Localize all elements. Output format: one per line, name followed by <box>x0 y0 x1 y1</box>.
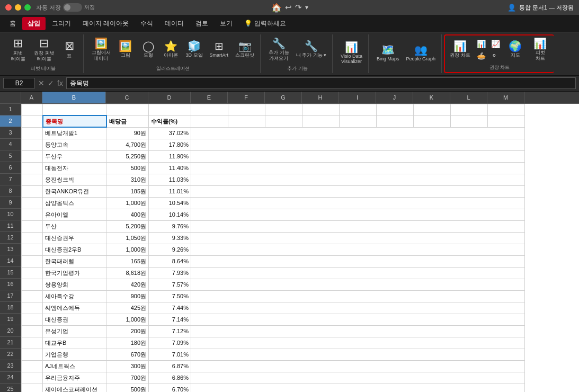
cell-c3[interactable]: 90원 <box>106 127 149 139</box>
cell-h2[interactable] <box>302 115 340 127</box>
col-header-b[interactable]: B <box>42 92 106 103</box>
cell-c22[interactable]: 670원 <box>106 349 149 360</box>
col-header-d[interactable]: D <box>148 92 191 103</box>
recommended-charts-button[interactable]: 📊 권장 차트 <box>447 39 473 60</box>
get-addins-button[interactable]: 🔧 추가 기능가져오기 <box>266 37 292 63</box>
row-header-21[interactable]: 21 <box>0 337 21 349</box>
cell-c7[interactable]: 310원 <box>106 174 149 185</box>
row-header-20[interactable]: 20 <box>0 325 21 337</box>
row-header-6[interactable]: 6 <box>0 162 21 174</box>
cell-c10[interactable]: 400원 <box>106 209 149 220</box>
row-header-9[interactable]: 9 <box>0 197 21 209</box>
cell-c2[interactable]: 배당금 <box>106 115 149 127</box>
cell-i2[interactable] <box>340 115 377 127</box>
cell-c5[interactable]: 5,250원 <box>106 150 149 162</box>
line-chart-button[interactable]: 📈 <box>489 39 502 49</box>
cell-b8[interactable]: 한국ANKOR유전 <box>43 185 106 197</box>
row-header-14[interactable]: 14 <box>0 255 21 267</box>
col-header-l[interactable]: L <box>450 92 487 103</box>
row-header-2[interactable]: 2 <box>0 115 21 127</box>
cell-d8[interactable]: 11.01% <box>149 185 191 197</box>
row-header-8[interactable]: 8 <box>0 185 21 197</box>
cell-i1[interactable] <box>340 104 377 115</box>
col-header-f[interactable]: F <box>228 92 265 103</box>
cell-b2[interactable]: 종목명 <box>43 115 106 127</box>
cell-d2[interactable]: 수익률(%) <box>149 115 191 127</box>
tab-page-layout[interactable]: 페이지 레이아웃 <box>77 17 134 30</box>
cell-b20[interactable]: 유성기업 <box>43 325 106 337</box>
cell-b19[interactable]: 대신증권 <box>43 314 106 325</box>
cell-d3[interactable]: 37.02% <box>149 127 191 139</box>
cell-f2[interactable] <box>228 115 265 127</box>
my-addins-button[interactable]: 🔧 내 추가 기능 ▾ <box>293 39 329 60</box>
col-header-a[interactable]: A <box>21 92 42 103</box>
tab-insert[interactable]: 삽입 <box>22 17 46 30</box>
row-header-18[interactable]: 18 <box>0 302 21 314</box>
cell-c21[interactable]: 180원 <box>106 337 149 349</box>
cell-k1[interactable] <box>414 104 451 115</box>
visio-button[interactable]: 📊 Visio DataVisualizer <box>338 40 365 67</box>
col-header-g[interactable]: G <box>265 92 302 103</box>
pie-chart-button[interactable]: 🥧 <box>475 50 488 61</box>
cell-d21[interactable]: 7.09% <box>149 337 191 349</box>
picture-data-button[interactable]: 🖼️ 그림에서데이터 <box>89 37 113 63</box>
undo-button[interactable]: ↩ <box>285 3 292 12</box>
cell-b1[interactable] <box>43 104 106 115</box>
3d-models-button[interactable]: 🧊 3D 모델 <box>183 39 206 60</box>
cell-d7[interactable]: 11.03% <box>149 174 191 185</box>
cell-d4[interactable]: 17.80% <box>149 139 191 150</box>
cell-g2[interactable] <box>265 115 302 127</box>
cell-d1[interactable] <box>149 104 191 115</box>
row-header-16[interactable]: 16 <box>0 279 21 290</box>
cell-b17[interactable]: 세아특수강 <box>43 290 106 302</box>
cell-c18[interactable]: 425원 <box>106 302 149 314</box>
cell-l1[interactable] <box>451 104 488 115</box>
row-header-5[interactable]: 5 <box>0 150 21 162</box>
map-button[interactable]: 🌍 지도 <box>504 39 527 60</box>
cell-c16[interactable]: 420원 <box>106 279 149 290</box>
col-header-h[interactable]: H <box>302 92 339 103</box>
cancel-icon[interactable]: ✕ <box>38 79 44 87</box>
icons-button[interactable]: ⭐ 아이콘 <box>161 39 182 60</box>
cell-d11[interactable]: 9.76% <box>149 220 191 232</box>
tab-view[interactable]: 보기 <box>215 17 238 30</box>
row-header-17[interactable]: 17 <box>0 290 21 302</box>
row-header-22[interactable]: 22 <box>0 349 21 360</box>
cell-b7[interactable]: 웅진씽크빅 <box>43 174 106 185</box>
cell-e2[interactable] <box>191 115 228 127</box>
col-header-m[interactable]: M <box>487 92 524 103</box>
cell-b9[interactable]: 삼양옵틱스 <box>43 197 106 209</box>
cell-b11[interactable]: 두산 <box>43 220 106 232</box>
cell-d12[interactable]: 9.33% <box>149 232 191 244</box>
cell-b25[interactable]: 제이에스코퍼레이션 <box>43 384 106 392</box>
row-header-11[interactable]: 11 <box>0 220 21 232</box>
cell-d5[interactable]: 11.90% <box>149 150 191 162</box>
cell-d15[interactable]: 7.93% <box>149 267 191 279</box>
cell-d20[interactable]: 7.12% <box>149 325 191 337</box>
people-graph-button[interactable]: 👥 People Graph <box>403 43 438 64</box>
row-header-3[interactable]: 3 <box>0 127 21 139</box>
row-header-19[interactable]: 19 <box>0 314 21 325</box>
cell-k2[interactable] <box>414 115 451 127</box>
cell-a3[interactable] <box>22 127 43 139</box>
cell-l2[interactable] <box>451 115 488 127</box>
cell-b24[interactable]: 우리금융지주 <box>43 372 106 384</box>
cell-c12[interactable]: 1,050원 <box>106 232 149 244</box>
tab-draw[interactable]: 그리기 <box>47 17 76 30</box>
more-button[interactable]: ▾ <box>305 4 308 11</box>
row-header-25[interactable]: 25 <box>0 384 21 392</box>
cell-d16[interactable]: 7.57% <box>149 279 191 290</box>
col-header-j[interactable]: J <box>376 92 413 103</box>
cell-e1[interactable] <box>191 104 228 115</box>
scatter-chart-button[interactable]: ⚬ <box>489 50 500 61</box>
cell-c8[interactable]: 185원 <box>106 185 149 197</box>
cell-b18[interactable]: 씨엠에스에듀 <box>43 302 106 314</box>
minimize-button[interactable] <box>15 4 21 11</box>
screenshot-button[interactable]: 📷 스크린샷 <box>233 39 257 60</box>
cell-d13[interactable]: 9.26% <box>149 244 191 255</box>
cell-b6[interactable]: 대동전자 <box>43 162 106 174</box>
cell-b5[interactable]: 두산우 <box>43 150 106 162</box>
bar-chart-button[interactable]: 📊 <box>475 39 488 49</box>
cell-d18[interactable]: 7.44% <box>149 302 191 314</box>
col-header-c[interactable]: C <box>106 92 148 103</box>
